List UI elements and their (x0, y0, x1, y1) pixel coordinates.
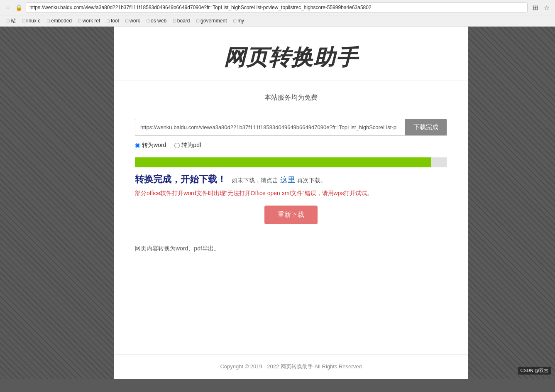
bookmark-icon: □ (78, 18, 81, 23)
warning-message: 部分office软件打开word文件时出现"无法打开Office open xm… (135, 190, 447, 197)
security-icon: ○ (4, 4, 12, 11)
progress-bar-container (135, 157, 447, 167)
bookmark-icon: □ (47, 18, 50, 23)
grid-icon[interactable]: ⊞ (531, 3, 539, 12)
bookmark-label: work (130, 18, 140, 24)
radio-word-label: 转为word (142, 142, 166, 149)
spacer (114, 252, 468, 354)
csdn-badge: CSDN @双古 (518, 367, 551, 375)
url-input-row: 下载完成 (135, 119, 447, 136)
browser-action-icons: ⊞ ☆ (531, 3, 551, 12)
bookmark-icon: □ (196, 18, 199, 23)
page-description: 网页内容转换为word、pdf导出。 (114, 245, 468, 252)
bookmark-label: tool (111, 18, 119, 24)
bookmark-icon: □ (107, 18, 110, 23)
bookmark-label: board (177, 18, 190, 24)
bookmark-label: my (237, 18, 244, 24)
bookmark-icon: □ (147, 18, 149, 23)
bookmark-tool[interactable]: □ tool (104, 17, 121, 24)
redownload-button[interactable]: 重新下载 (264, 206, 318, 224)
form-area: 下载完成 转为word 转为pdf (114, 102, 468, 241)
main-layout: 网页转换助手 本站服务均为免费 下载完成 转为word (0, 27, 555, 379)
bookmark-linux-c[interactable]: □ linux c (20, 17, 43, 24)
success-main-text: 转换完成，开始下载！ (135, 174, 226, 184)
radio-options: 转为word 转为pdf (135, 142, 447, 149)
bookmark-icon: □ (7, 18, 10, 23)
address-bar[interactable]: https://wenku.baidu.com/view/a3a80d221b3… (26, 2, 528, 12)
page-header: 网页转换助手 (114, 27, 468, 81)
progress-bar-fill (135, 157, 431, 167)
bookmark-label: government (200, 18, 227, 24)
browser-nav-icons: ○ 🔒 (4, 4, 22, 11)
bookmark-embeded[interactable]: □ embeded (44, 17, 74, 24)
bookmark-label: 站 (11, 17, 16, 24)
page-content: 网页转换助手 本站服务均为免费 下载完成 转为word (114, 27, 468, 379)
content-area: 网页转换助手 本站服务均为免费 下载完成 转为word (114, 27, 468, 379)
bookmark-icon: □ (22, 18, 25, 23)
radio-pdf-label: 转为pdf (181, 142, 201, 149)
bookmark-icon: □ (233, 18, 236, 23)
footer-text: Copyright © 2019 - 2022 网页转换助手 All Right… (220, 363, 362, 370)
bookmark-government[interactable]: □ government (194, 17, 229, 24)
bookmark-board[interactable]: □ board (171, 17, 192, 24)
bookmark-icon: □ (125, 18, 128, 23)
bookmarks-bar: □ 站 □ linux c □ embeded □ work ref □ too… (0, 15, 555, 27)
bookmark-work[interactable]: □ work (123, 17, 142, 24)
page-footer: Copyright © 2019 - 2022 网页转换助手 All Right… (114, 354, 468, 379)
success-message: 转换完成，开始下载！ 如未下载，请点击 这里 再次下载。 (135, 173, 447, 186)
bookmark-my[interactable]: □ my (231, 17, 247, 24)
bookmark-os-web[interactable]: □ os web (144, 17, 169, 24)
bookmark-label: linux c (26, 18, 40, 24)
download-button[interactable]: 下载完成 (405, 119, 447, 135)
bookmark-label: os web (151, 18, 166, 24)
bookmark-label: embeded (51, 18, 72, 24)
page-title: 网页转换助手 (122, 43, 460, 72)
success-hint-text: 如未下载，请点击 (232, 177, 278, 184)
lock-icon: 🔒 (15, 4, 22, 11)
page-subtitle: 本站服务均为免费 (114, 93, 468, 102)
radio-pdf-input[interactable] (174, 143, 180, 148)
bookmark-label: work ref (83, 18, 100, 24)
sidebar-right: CSDN @双古 (468, 27, 555, 379)
star-icon[interactable]: ☆ (543, 3, 551, 12)
success-hint2-text: 再次下载。 (297, 177, 326, 184)
redownload-link[interactable]: 这里 (280, 176, 295, 184)
radio-word-option[interactable]: 转为word (135, 142, 166, 149)
bookmark-zhan[interactable]: □ 站 (4, 17, 18, 25)
url-input[interactable] (135, 120, 405, 135)
bookmark-icon: □ (173, 18, 176, 23)
browser-chrome: ○ 🔒 https://wenku.baidu.com/view/a3a80d2… (0, 0, 555, 27)
radio-word-input[interactable] (135, 143, 140, 148)
browser-titlebar: ○ 🔒 https://wenku.baidu.com/view/a3a80d2… (0, 0, 555, 15)
bookmark-work-ref[interactable]: □ work ref (76, 17, 103, 24)
radio-pdf-option[interactable]: 转为pdf (174, 142, 201, 149)
url-text: https://wenku.baidu.com/view/a3a80d221b3… (29, 5, 372, 10)
sidebar-left (0, 27, 114, 379)
